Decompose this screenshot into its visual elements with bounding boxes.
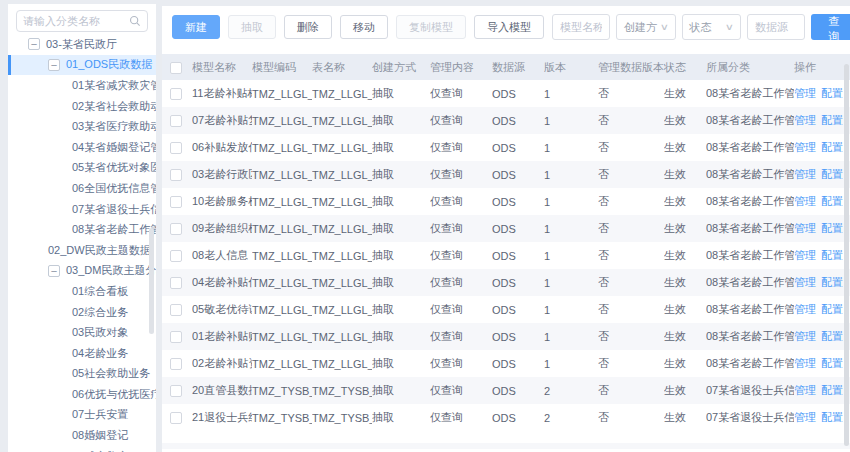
config-link[interactable]: 配置 (821, 303, 843, 315)
row-checkbox[interactable] (170, 358, 182, 370)
tree-item[interactable]: 07某省退役士兵信息管理系统 (8, 199, 156, 220)
select-all-checkbox[interactable] (170, 62, 182, 74)
tree-item[interactable]: −03_DM民政主题分析库 (8, 261, 156, 282)
cell-name: 07老龄补贴复... (192, 113, 252, 128)
config-link[interactable]: 配置 (821, 141, 843, 153)
table-row: 05敬老优待证...TMZ_LLGL_T...TMZ_LLGL_T...抽取仅查… (162, 296, 850, 323)
tree-item[interactable]: 09减灾救灾 (8, 446, 156, 452)
tree-item[interactable]: 08婚姻登记 (8, 425, 156, 446)
tree-item[interactable]: 01某省减灾救灾管理信息系统 (8, 75, 156, 96)
manage-link[interactable]: 管理 (794, 222, 816, 234)
tree-item[interactable]: 06优抚与优抚医疗 (8, 384, 156, 405)
cell-category: 08某省老龄工作管 (706, 356, 794, 371)
row-checkbox[interactable] (170, 88, 182, 100)
cell-name: 11老龄补贴标准 (192, 86, 252, 101)
config-link[interactable]: 配置 (821, 330, 843, 342)
manage-link[interactable]: 管理 (794, 168, 816, 180)
toolbar-button-4[interactable]: 移动 (340, 15, 388, 39)
config-link[interactable]: 配置 (821, 276, 843, 288)
manage-link[interactable]: 管理 (794, 249, 816, 261)
toolbar-button-1[interactable]: 新建 (172, 15, 220, 39)
row-checkbox[interactable] (170, 169, 182, 181)
model-name-filter-input[interactable] (552, 14, 610, 40)
tree-item[interactable]: 05某省优抚对象医疗保障系统 (8, 158, 156, 179)
model-list-panel: 新建抽取删除移动复制模型导入模型 创建方 ∨ 状态 ∨ 查询 模型名称模型编码表… (162, 6, 850, 452)
config-link[interactable]: 配置 (821, 384, 843, 396)
manage-link[interactable]: 管理 (794, 141, 816, 153)
manage-link[interactable]: 管理 (794, 330, 816, 342)
collapse-icon[interactable]: − (48, 59, 60, 71)
create-mode-filter-select[interactable]: 创建方 ∨ (616, 14, 676, 40)
config-link[interactable]: 配置 (821, 411, 843, 423)
tree-item[interactable]: 06全国优抚信息管理系统 (8, 178, 156, 199)
tree-item[interactable]: 08某省老龄工作管理信息系统 (8, 219, 156, 240)
manage-link[interactable]: 管理 (794, 411, 816, 423)
cell-create: 抽取 (372, 302, 430, 317)
manage-link[interactable]: 管理 (794, 87, 816, 99)
cell-code: TMZ_LLGL_T... (252, 142, 312, 154)
row-checkbox[interactable] (170, 250, 182, 262)
toolbar-button-3[interactable]: 删除 (284, 15, 332, 39)
tree-item[interactable]: −03-某省民政厅 (8, 34, 156, 55)
cell-status: 生效 (664, 113, 706, 128)
cell-operations: 管理配置 (794, 383, 850, 398)
config-link[interactable]: 配置 (821, 249, 843, 261)
tree-item[interactable]: 02某省社会救助动态管理系统 (8, 96, 156, 117)
row-checkbox[interactable] (170, 223, 182, 235)
tree-item[interactable]: 05社会救助业务 (8, 364, 156, 385)
row-checkbox[interactable] (170, 331, 182, 343)
tree-item[interactable]: 04老龄业务 (8, 343, 156, 364)
config-link[interactable]: 配置 (821, 168, 843, 180)
tree-item[interactable]: 02综合业务 (8, 302, 156, 323)
cell-table: TMZ_LLGL_T... (312, 358, 372, 370)
cell-category: 08某省老龄工作管 (706, 302, 794, 317)
toolbar-button-6[interactable]: 导入模型 (474, 15, 544, 39)
tree-item[interactable]: 01综合看板 (8, 281, 156, 302)
row-checkbox[interactable] (170, 115, 182, 127)
row-checkbox[interactable] (170, 412, 182, 424)
category-search-input[interactable] (23, 15, 129, 27)
cell-content: 仅查询 (430, 194, 492, 209)
tree-item[interactable]: 07士兵安置 (8, 405, 156, 426)
manage-link[interactable]: 管理 (794, 303, 816, 315)
row-checkbox[interactable] (170, 277, 182, 289)
config-link[interactable]: 配置 (821, 114, 843, 126)
tree-item[interactable]: 02_DW民政主题数据 (8, 240, 156, 261)
table-body: 11老龄补贴标准TMZ_LLGL_T...TMZ_LLGL_T...抽取仅查询O… (162, 80, 850, 431)
row-checkbox[interactable] (170, 196, 182, 208)
cell-source: ODS (492, 169, 544, 181)
status-filter-select[interactable]: 状态 ∨ (682, 14, 742, 40)
tree-item[interactable]: 03某省医疗救助动态管理系统 (8, 116, 156, 137)
table-scrollbar-thumb[interactable] (844, 64, 849, 446)
cell-operations: 管理配置 (794, 248, 850, 263)
config-link[interactable]: 配置 (821, 195, 843, 207)
row-checkbox[interactable] (170, 142, 182, 154)
tree-item-label: 01某省减灾救灾管理信息系统 (72, 78, 156, 93)
manage-link[interactable]: 管理 (794, 195, 816, 207)
row-checkbox[interactable] (170, 385, 182, 397)
manage-link[interactable]: 管理 (794, 276, 816, 288)
header-checkbox-cell (170, 60, 192, 73)
collapse-icon[interactable]: − (48, 265, 60, 277)
category-search-box[interactable] (16, 10, 148, 32)
manage-link[interactable]: 管理 (794, 357, 816, 369)
tree-item[interactable]: 04某省婚姻登记管理信息系统 (8, 137, 156, 158)
cell-source: ODS (492, 331, 544, 343)
cell-operations: 管理配置 (794, 329, 850, 344)
cell-source: ODS (492, 115, 544, 127)
config-link[interactable]: 配置 (821, 87, 843, 99)
cell-code: TMZ_LLGL_T... (252, 250, 312, 262)
manage-link[interactable]: 管理 (794, 114, 816, 126)
config-link[interactable]: 配置 (821, 222, 843, 234)
datasource-filter-input[interactable] (747, 14, 805, 40)
sidebar-scrollbar-thumb[interactable] (149, 228, 154, 334)
config-link[interactable]: 配置 (821, 357, 843, 369)
cell-data_version: 否 (598, 86, 664, 101)
manage-link[interactable]: 管理 (794, 384, 816, 396)
collapse-icon[interactable]: − (28, 38, 40, 50)
tree-item[interactable]: 03民政对象 (8, 322, 156, 343)
tree-item[interactable]: −01_ODS民政数据 (8, 55, 156, 76)
cell-source: ODS (492, 412, 544, 424)
row-checkbox[interactable] (170, 304, 182, 316)
query-button[interactable]: 查询 (811, 14, 850, 40)
